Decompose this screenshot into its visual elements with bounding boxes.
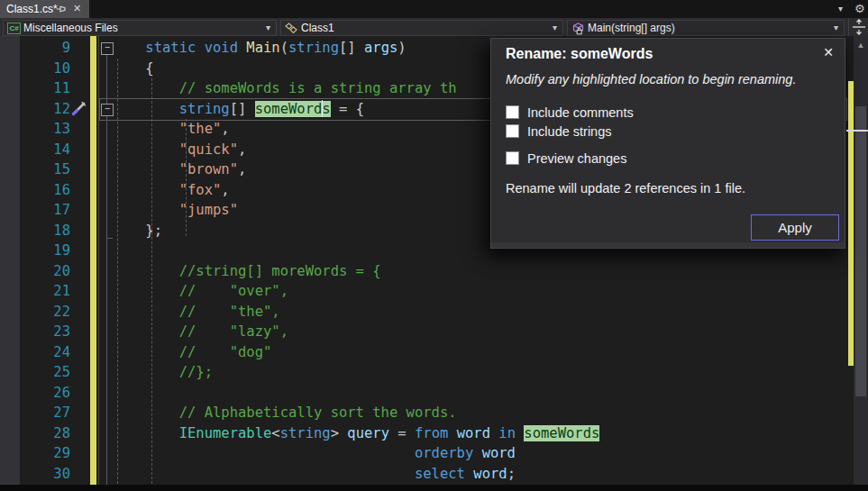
- window-chevron-down-icon[interactable]: ▾: [838, 4, 843, 14]
- code-text: {: [112, 59, 154, 79]
- include-strings-checkbox[interactable]: [506, 124, 519, 138]
- code-line-27[interactable]: 27 // Alphabetically sort the words.: [0, 403, 868, 423]
- line-number: 21: [20, 281, 70, 302]
- line-number: 30: [20, 464, 70, 485]
- code-text: "fox",: [112, 180, 230, 201]
- rename-dialog: Rename: someWords ✕ Modify any highlight…: [490, 38, 845, 249]
- include-comments-label: Include comments: [527, 105, 634, 120]
- code-text: // "the",: [112, 302, 280, 323]
- quick-actions-screwdriver-icon[interactable]: [70, 101, 87, 121]
- tab-strip: Class1.cs* ✕ ▾ ⚙: [0, 0, 868, 18]
- code-text: // someWords is a string array th: [112, 78, 457, 99]
- line-number: 13: [20, 119, 70, 140]
- preview-changes-label: Preview changes: [527, 151, 626, 166]
- include-comments-checkbox[interactable]: [506, 105, 519, 119]
- line-number: 23: [20, 322, 70, 342]
- code-text: string[] someWords = {: [112, 99, 364, 120]
- code-line-25[interactable]: 25 //};: [0, 362, 868, 383]
- tab-title: Class1.cs*: [6, 3, 58, 15]
- code-text: // "over",: [112, 281, 288, 302]
- code-text: //};: [112, 362, 213, 383]
- visual-studio-window: Class1.cs* ✕ ▾ ⚙ C# Miscellaneous Files …: [0, 0, 868, 491]
- code-text: IEnumerable<string> query = from word in…: [112, 423, 599, 444]
- rename-dialog-title: Rename: someWords: [506, 46, 653, 62]
- line-number: 22: [20, 302, 70, 323]
- type-dropdown[interactable]: Class1 ▾: [280, 20, 563, 36]
- scrollbar-change-annotations: [848, 81, 854, 366]
- line-number: 20: [20, 261, 70, 282]
- line-number: 17: [20, 200, 70, 221]
- member-dropdown[interactable]: Main(string[] args) ▾: [567, 20, 845, 36]
- line-number: 14: [20, 140, 70, 160]
- line-number: 11: [20, 78, 70, 99]
- dialog-bottom-strip: [491, 242, 845, 248]
- chevron-down-icon: ▾: [266, 23, 270, 32]
- line-number: 16: [20, 180, 70, 201]
- include-strings-label: Include strings: [527, 124, 612, 139]
- code-line-20[interactable]: 20 //string[] moreWords = {: [0, 261, 868, 282]
- chevron-down-icon: ▾: [834, 23, 838, 32]
- code-line-21[interactable]: 21 // "over",: [0, 281, 868, 302]
- pin-icon[interactable]: [56, 4, 67, 17]
- code-text: // Alphabetically sort the words.: [112, 403, 457, 423]
- code-line-30[interactable]: 30 select word;: [0, 464, 868, 485]
- window-gear-icon[interactable]: ⚙: [854, 2, 865, 15]
- code-text: };: [112, 221, 162, 241]
- code-text: "the",: [112, 119, 230, 140]
- line-number: 12: [20, 99, 70, 120]
- member-dropdown-label: Main(string[] args): [588, 22, 675, 34]
- project-dropdown-label: Miscellaneous Files: [23, 22, 118, 34]
- navigation-bar: C# Miscellaneous Files ▾ Class1 ▾ Main(s…: [0, 18, 868, 36]
- split-editor-icon: [849, 18, 868, 36]
- code-line-28[interactable]: 28 IEnumerable<string> query = from word…: [0, 423, 868, 444]
- line-number: 15: [20, 159, 70, 180]
- apply-button[interactable]: Apply: [751, 214, 839, 241]
- code-line-22[interactable]: 22 // "the",: [0, 302, 868, 323]
- chevron-down-icon: ▾: [553, 23, 557, 32]
- code-text: select word;: [112, 464, 516, 485]
- code-line-26[interactable]: 26: [0, 383, 868, 404]
- preview-changes-checkbox[interactable]: [506, 151, 519, 165]
- split-editor-button[interactable]: [848, 18, 868, 36]
- project-dropdown[interactable]: C# Miscellaneous Files ▾: [3, 20, 277, 36]
- line-number: 10: [20, 59, 70, 79]
- line-number: 24: [20, 342, 70, 363]
- code-text: //string[] moreWords = {: [112, 261, 381, 282]
- code-text: static void Main(string[] args): [112, 38, 407, 59]
- code-line-29[interactable]: 29 orderby word: [0, 443, 868, 464]
- rename-dialog-subtitle: Modify any highlighted location to begin…: [506, 72, 796, 86]
- tab-class1[interactable]: Class1.cs* ✕: [0, 0, 89, 18]
- line-number: 25: [20, 362, 70, 383]
- rename-status-text: Rename will update 2 references in 1 fil…: [506, 181, 745, 195]
- line-number: 9: [20, 38, 70, 59]
- tab-close-icon[interactable]: ✕: [73, 3, 81, 14]
- dialog-close-icon[interactable]: ✕: [823, 45, 834, 59]
- code-line-24[interactable]: 24 // "dog": [0, 342, 868, 363]
- line-number: 18: [20, 221, 70, 241]
- scrollbar-caret-marker: [846, 130, 868, 132]
- code-text: // "dog": [112, 342, 271, 363]
- class-icon: [285, 23, 297, 37]
- line-number: 28: [20, 423, 70, 444]
- code-text: "jumps": [112, 200, 238, 221]
- code-text: orderby word: [112, 443, 516, 464]
- text-caret: [322, 100, 323, 117]
- scrollbar-thumb[interactable]: [855, 106, 866, 396]
- code-text: // "lazy",: [112, 322, 288, 342]
- line-number: 29: [20, 443, 70, 464]
- horizontal-scrollbar-area[interactable]: [0, 485, 868, 491]
- line-number: 26: [20, 383, 70, 404]
- code-text: "brown",: [112, 159, 246, 180]
- line-number: 27: [20, 403, 70, 423]
- code-text: "quick",: [112, 140, 246, 160]
- type-dropdown-label: Class1: [301, 22, 334, 34]
- code-line-23[interactable]: 23 // "lazy",: [0, 322, 868, 342]
- line-number: 19: [20, 241, 70, 261]
- scrollbar-up-icon[interactable]: ▲: [854, 38, 868, 52]
- csharp-file-icon: C#: [7, 23, 21, 34]
